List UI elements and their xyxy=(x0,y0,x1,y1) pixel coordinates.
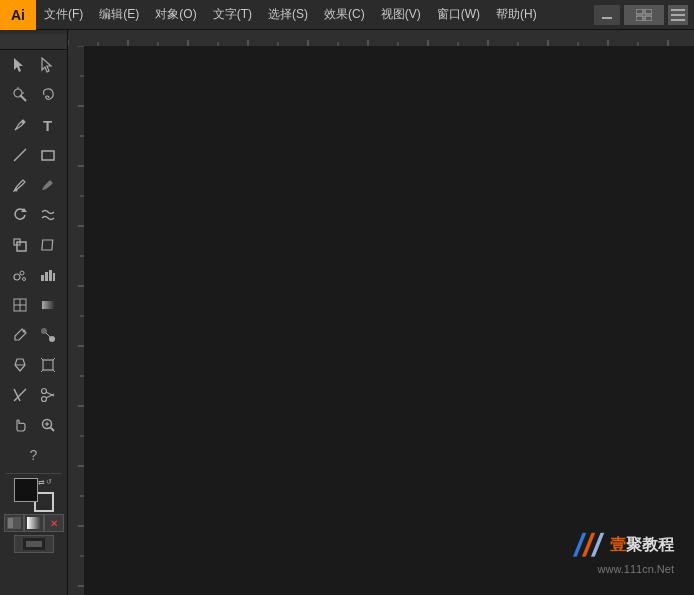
lasso-tool[interactable] xyxy=(34,81,62,109)
slice-tool[interactable] xyxy=(6,381,34,409)
rotate-reflect-row xyxy=(0,201,67,229)
svg-rect-2 xyxy=(645,9,652,14)
none-mode-button[interactable]: ✕ xyxy=(44,514,64,532)
svg-rect-20 xyxy=(17,242,26,251)
color-mode-button[interactable] xyxy=(4,514,24,532)
svg-rect-32 xyxy=(42,301,54,309)
svg-rect-37 xyxy=(43,360,53,370)
menu-item-object[interactable]: 对象(O) xyxy=(147,0,204,29)
menu-item-window[interactable]: 窗口(W) xyxy=(429,0,488,29)
pen-tool[interactable] xyxy=(6,111,34,139)
title-bar-controls xyxy=(594,5,694,25)
warp-tool[interactable] xyxy=(34,201,62,229)
svg-line-38 xyxy=(41,358,43,360)
svg-rect-25 xyxy=(41,275,44,281)
menu-item-help[interactable]: 帮助(H) xyxy=(488,0,545,29)
svg-rect-52 xyxy=(27,517,41,529)
menu-item-text[interactable]: 文字(T) xyxy=(205,0,260,29)
eyedropper-tool[interactable] xyxy=(6,321,34,349)
help-button[interactable]: ? xyxy=(20,441,48,469)
svg-point-14 xyxy=(21,121,24,124)
svg-point-22 xyxy=(14,274,20,280)
svg-point-33 xyxy=(22,330,25,333)
selection-tool[interactable] xyxy=(6,51,34,79)
live-paint-bucket[interactable] xyxy=(6,351,34,379)
menu-item-effect[interactable]: 效果(C) xyxy=(316,0,373,29)
svg-line-39 xyxy=(53,358,55,360)
blend-tool[interactable] xyxy=(34,321,62,349)
fill-swatch[interactable] xyxy=(14,478,38,502)
svg-rect-21 xyxy=(41,240,52,250)
direct-selection-tool[interactable] xyxy=(34,51,62,79)
color-swatch-row: ↺ ⇄ xyxy=(0,478,67,512)
crop-area-tool[interactable] xyxy=(34,351,62,379)
column-graph-tool[interactable] xyxy=(34,261,62,289)
watermark: / / / 壹聚教程 www.111cn.Net xyxy=(575,529,674,575)
svg-marker-9 xyxy=(42,58,51,72)
hand-zoom-row xyxy=(0,411,67,439)
svg-point-43 xyxy=(41,397,46,402)
app-logo: Ai xyxy=(0,0,36,30)
arrange-button[interactable] xyxy=(624,5,664,25)
watermark-brand-text: 壹聚教程 xyxy=(610,535,674,556)
zoom-tool[interactable] xyxy=(34,411,62,439)
minimize-button[interactable] xyxy=(594,5,620,25)
gradient-mode-button[interactable] xyxy=(24,514,44,532)
svg-rect-0 xyxy=(602,17,612,19)
svg-point-23 xyxy=(20,271,24,275)
svg-point-42 xyxy=(41,389,46,394)
scissors-tool[interactable] xyxy=(34,381,62,409)
svg-line-36 xyxy=(46,333,50,337)
svg-rect-1 xyxy=(636,9,643,14)
title-bar: Ai 文件(F)编辑(E)对象(O)文字(T)选择(S)效果(C)视图(V)窗口… xyxy=(0,0,694,30)
hand-tool[interactable] xyxy=(6,411,34,439)
menu-item-file[interactable]: 文件(F) xyxy=(36,0,91,29)
svg-rect-16 xyxy=(42,151,54,160)
menu-item-select[interactable]: 选择(S) xyxy=(260,0,316,29)
canvas-area: / / / 壹聚教程 www.111cn.Net xyxy=(68,30,694,595)
selection-tools-row xyxy=(0,51,67,79)
rectangle-tool[interactable] xyxy=(34,141,62,169)
magic-wand-tool[interactable] xyxy=(6,81,34,109)
symbol-graph-row xyxy=(0,261,67,289)
svg-line-47 xyxy=(50,428,54,432)
blob-brush-tool[interactable] xyxy=(34,171,62,199)
panels-button[interactable] xyxy=(668,5,688,25)
symbol-sprayer-tool[interactable] xyxy=(6,261,34,289)
color-swatches: ↺ ⇄ xyxy=(12,478,56,512)
mesh-gradient-row xyxy=(0,291,67,319)
line-shape-row xyxy=(0,141,67,169)
help-tool-row: ? xyxy=(0,441,67,469)
watermark-url: www.111cn.Net xyxy=(598,563,674,575)
paintbrush-tool[interactable] xyxy=(6,171,34,199)
svg-rect-27 xyxy=(49,270,52,281)
svg-rect-26 xyxy=(45,272,48,281)
line-tool[interactable] xyxy=(6,141,34,169)
svg-line-41 xyxy=(53,370,55,372)
main-layout: T xyxy=(0,30,694,595)
svg-point-17 xyxy=(14,189,17,192)
svg-point-24 xyxy=(22,278,25,281)
free-transform-tool[interactable] xyxy=(34,231,62,259)
menu-item-edit[interactable]: 编辑(E) xyxy=(91,0,147,29)
wand-lasso-row xyxy=(0,81,67,109)
horizontal-ruler xyxy=(68,30,694,46)
rotate-tool[interactable] xyxy=(6,201,34,229)
svg-rect-78 xyxy=(68,46,84,595)
swap-colors-icon[interactable]: ⇄ xyxy=(38,478,48,488)
svg-rect-7 xyxy=(671,19,685,21)
screen-mode-button[interactable] xyxy=(14,535,54,553)
scale-tool[interactable] xyxy=(6,231,34,259)
canvas-content[interactable]: / / / 壹聚教程 www.111cn.Net xyxy=(84,46,694,595)
svg-rect-4 xyxy=(645,16,652,21)
toolbar-ruler-corner xyxy=(0,34,67,50)
svg-rect-5 xyxy=(671,9,685,11)
mesh-tool[interactable] xyxy=(6,291,34,319)
svg-rect-6 xyxy=(671,14,685,16)
type-tool[interactable]: T xyxy=(34,111,62,139)
gradient-tool[interactable] xyxy=(34,291,62,319)
svg-marker-8 xyxy=(14,58,23,72)
svg-point-11 xyxy=(14,89,22,97)
menu-item-view[interactable]: 视图(V) xyxy=(373,0,429,29)
ruler-ticks-horizontal xyxy=(68,30,694,46)
